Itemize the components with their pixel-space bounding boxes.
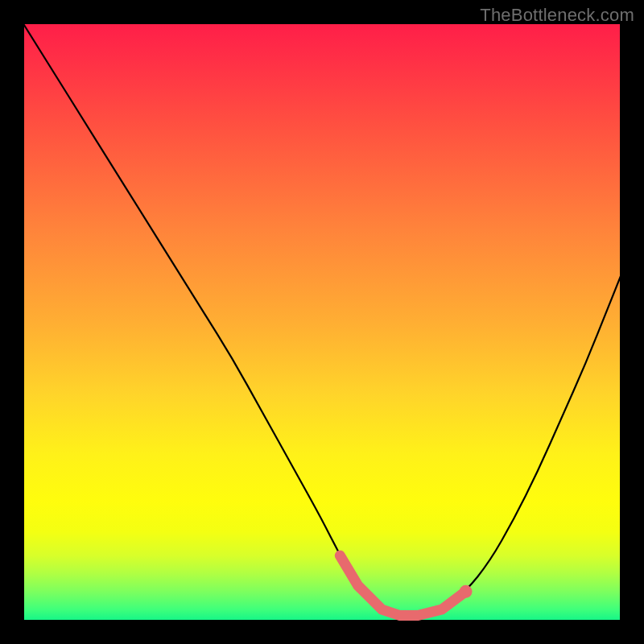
plot-area — [23, 23, 621, 621]
optimal-zone-highlight — [23, 23, 621, 621]
attribution-text: TheBottleneck.com — [480, 5, 634, 26]
svg-point-0 — [460, 585, 473, 598]
chart-container: TheBottleneck.com — [0, 0, 644, 644]
